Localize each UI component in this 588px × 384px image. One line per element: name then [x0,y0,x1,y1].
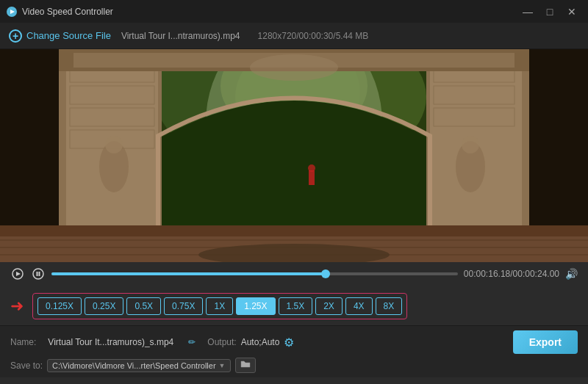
total-time: 00:00:24.00 [513,269,559,279]
name-value: Virtual Tour It...tramuros)_s.mp4 [48,337,173,347]
maximize-button[interactable]: □ [539,4,560,19]
close-button[interactable]: ✕ [562,4,582,19]
speed-button-1x[interactable]: 1X [206,297,233,315]
speed-button-025x[interactable]: 0.25X [85,297,123,315]
folder-icon [240,360,251,369]
progress-bar[interactable] [51,272,458,275]
controls-area: 00:00:16.18/00:00:24.00 🔊 [0,262,588,289]
svg-point-36 [33,269,43,279]
speed-button-4x[interactable]: 4X [345,297,373,315]
toolbar: + Change Source File Virtual Tour I...nt… [0,23,588,49]
svg-point-21 [250,54,338,81]
file-name: Virtual Tour I...ntramuros).mp4 [121,31,240,41]
output-section: Output: Auto;Auto ⚙ [207,336,294,349]
speed-button-0125x[interactable]: 0.125X [37,297,82,315]
speed-button-2x[interactable]: 2X [315,297,343,315]
output-label: Output: [207,337,236,347]
stop-icon [32,268,44,280]
svg-rect-37 [37,272,38,276]
svg-point-33 [308,164,315,172]
video-frame [0,49,588,262]
bottom-bar: Name: Virtual Tour It...tramuros)_s.mp4 … [0,325,588,377]
file-resolution: 1280x720/00:00:30/5.44 MB [258,31,369,41]
save-path-value: C:\Vidmore\Vidmore Vi...rter\Speed Contr… [52,361,216,370]
chevron-down-icon: ▼ [219,362,226,369]
speed-button-075x[interactable]: 0.75X [164,297,203,315]
video-preview [0,49,588,262]
speed-button-15x[interactable]: 1.5X [279,297,313,315]
speed-area: ➜ 0.125X0.25X0.5X0.75X1X1.25X1.5X2X4X8X [0,289,588,325]
edit-icon[interactable]: ✏ [188,337,196,347]
svg-rect-32 [309,170,315,185]
svg-marker-35 [16,272,21,276]
stop-button[interactable] [31,267,46,281]
output-value: Auto;Auto [241,337,280,347]
window-controls: — □ ✕ [517,4,582,19]
save-to-label: Save to: [10,361,43,371]
settings-button[interactable]: ⚙ [284,336,294,349]
svg-rect-38 [39,272,40,276]
speed-button-05x[interactable]: 0.5X [126,297,161,315]
arrow-indicator: ➜ [10,297,24,316]
playback-row: 00:00:16.18/00:00:24.00 🔊 [10,267,578,281]
progress-fill [51,272,326,275]
app-icon [6,6,18,18]
speed-buttons-wrapper: 0.125X0.25X0.5X0.75X1X1.25X1.5X2X4X8X [32,293,407,319]
current-time: 00:00:16.18 [464,269,510,279]
bottom-row1: Name: Virtual Tour It...tramuros)_s.mp4 … [10,330,578,354]
volume-icon[interactable]: 🔊 [565,268,578,280]
progress-thumb[interactable] [321,269,330,278]
svg-point-30 [462,136,479,153]
title-bar-left: Video Speed Controller [6,6,113,18]
speed-button-125x[interactable]: 1.25X [236,297,275,315]
title-bar: Video Speed Controller — □ ✕ [0,0,588,23]
bottom-row2: Save to: C:\Vidmore\Vidmore Vi...rter\Sp… [10,358,578,373]
minimize-button[interactable]: — [517,4,538,19]
play-icon [12,268,24,280]
plus-icon: + [9,29,22,43]
name-label: Name: [10,337,36,347]
time-display: 00:00:16.18/00:00:24.00 [464,269,559,279]
open-folder-button[interactable] [235,358,256,373]
video-content [0,49,588,262]
change-source-button[interactable]: + Change Source File [9,29,111,43]
speed-button-8x[interactable]: 8X [376,297,403,315]
app-title: Video Speed Controller [22,7,113,17]
svg-point-28 [105,136,123,153]
save-path-select[interactable]: C:\Vidmore\Vidmore Vi...rter\Speed Contr… [47,359,230,372]
change-source-label: Change Source File [26,30,111,41]
play-button[interactable] [10,267,25,281]
export-button[interactable]: Export [513,330,578,354]
